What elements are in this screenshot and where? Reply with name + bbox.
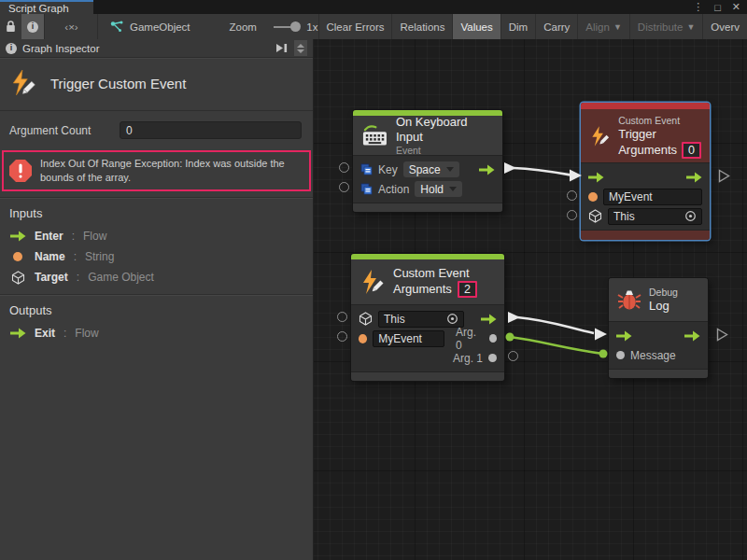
arg1-unconnected-port[interactable] <box>508 351 518 361</box>
event-name-input-port[interactable] <box>337 331 347 342</box>
relations-button[interactable]: Relations <box>391 14 452 39</box>
chevron-down-icon: ▼ <box>686 22 695 32</box>
arguments-value-error[interactable]: 0 <box>682 142 701 159</box>
key-input-port[interactable] <box>339 162 349 173</box>
distribute-dropdown-button[interactable]: Distribute▼ <box>629 14 703 39</box>
panel-spinner[interactable] <box>294 40 307 56</box>
port-row-target: Target : Game Object <box>0 267 313 288</box>
flow-input-port[interactable] <box>588 172 604 183</box>
node-subtitle: Event <box>396 145 494 157</box>
key-label: Key <box>378 163 398 176</box>
maximize-icon[interactable]: □ <box>714 2 721 13</box>
object-picker-icon[interactable] <box>446 313 458 325</box>
node-footer <box>581 230 710 240</box>
cube-icon <box>359 312 373 326</box>
carry-button[interactable]: Carry <box>535 14 577 39</box>
node-title: Log <box>649 299 678 314</box>
node-body: This Arg. 0 <box>351 304 504 371</box>
unity-visual-scripting-window: Script Graph ⋮ □ ✕ i ‹×› <box>0 0 747 560</box>
code-preview-button[interactable]: ‹×› <box>57 14 85 39</box>
error-message-box: Index Out Of Range Exception: Index was … <box>2 150 311 191</box>
node-debug-log[interactable]: Debug Log Message <box>609 278 708 378</box>
event-name-input-port[interactable] <box>567 190 577 201</box>
node-header: Custom Event Trigger Arguments 0 <box>581 109 710 162</box>
message-input-port[interactable] <box>616 351 625 359</box>
argument-count-input[interactable] <box>120 121 302 139</box>
flow-input-port[interactable] <box>616 330 632 342</box>
flow-row <box>609 326 708 345</box>
info-icon: i <box>6 43 17 54</box>
object-picker-icon[interactable] <box>684 210 697 222</box>
node-header: Custom Event Arguments 2 <box>351 259 504 304</box>
target-input-port[interactable] <box>337 312 347 322</box>
gameobject-breadcrumb[interactable]: GameObject <box>103 14 198 39</box>
lock-button[interactable] <box>0 14 21 39</box>
values-button[interactable]: Values <box>452 14 500 39</box>
target-field[interactable]: This <box>378 311 464 328</box>
node-body: This <box>581 162 710 230</box>
target-field[interactable]: This <box>608 208 702 225</box>
wire-arg0-to-message[interactable] <box>506 333 608 358</box>
flow-output-port[interactable] <box>479 164 495 175</box>
inspector-toggle-button[interactable]: i <box>21 14 44 39</box>
event-name-input[interactable] <box>609 190 697 203</box>
action-label: Action <box>378 183 409 196</box>
zoom-slider-handle[interactable] <box>290 21 301 32</box>
action-input-port[interactable] <box>339 182 349 192</box>
arg1-label: Arg. 1 <box>453 352 483 365</box>
dock-sidebar-icon[interactable] <box>275 43 289 53</box>
flow-output-port[interactable] <box>684 330 700 342</box>
unconnected-flow-triangle[interactable] <box>718 169 730 183</box>
zoom-slider[interactable] <box>274 26 299 28</box>
string-port[interactable] <box>359 334 367 343</box>
arguments-value-error[interactable]: 2 <box>458 281 477 298</box>
event-name-row <box>581 187 710 206</box>
event-name-field[interactable] <box>373 330 444 347</box>
action-dropdown[interactable]: Hold <box>415 181 462 197</box>
wire-keyboard-to-trigger[interactable] <box>504 162 582 182</box>
overview-button[interactable]: Overv <box>702 14 747 39</box>
clear-errors-button[interactable]: Clear Errors <box>318 14 392 39</box>
menu-icon[interactable]: ⋮ <box>693 1 703 13</box>
node-footer <box>353 203 502 212</box>
flow-output-port[interactable] <box>686 172 702 183</box>
event-name-input[interactable] <box>378 332 439 345</box>
wire-customevent-to-debug[interactable] <box>508 312 607 341</box>
tab-script-graph[interactable]: Script Graph <box>0 0 93 14</box>
graph-canvas[interactable]: On Keyboard Input Event Key Space <box>314 39 747 560</box>
port-row-name: Name : String <box>0 246 313 267</box>
argument-count-label: Argument Count <box>9 124 114 137</box>
zoom-value: 1x <box>306 21 317 33</box>
keyboard-event-icon <box>361 123 388 147</box>
target-input-port[interactable] <box>567 210 577 220</box>
arg0-output-port[interactable] <box>489 334 497 343</box>
string-dot-icon <box>9 252 26 261</box>
close-icon[interactable]: ✕ <box>732 1 740 13</box>
string-port[interactable] <box>588 192 598 202</box>
gameobject-label: GameObject <box>130 21 190 33</box>
message-label: Message <box>630 349 676 362</box>
flow-arrow-icon <box>9 328 26 339</box>
node-trigger-custom-event[interactable]: Custom Event Trigger Arguments 0 <box>581 103 710 240</box>
custom-event-icon <box>359 269 386 295</box>
unconnected-flow-triangle[interactable] <box>716 328 728 342</box>
arg1-output-port[interactable] <box>488 354 497 362</box>
flow-output-port[interactable] <box>481 314 497 325</box>
align-dropdown-button[interactable]: Align▼ <box>577 14 629 39</box>
tab-strip: Script Graph ⋮ □ ✕ <box>0 0 747 14</box>
error-text: Index Out Of Range Exception: Index was … <box>40 157 302 185</box>
argument-count-row: Argument Count <box>0 111 313 147</box>
cube-icon <box>588 209 602 223</box>
zoom-label: Zoom <box>222 14 264 39</box>
event-name-field[interactable] <box>603 189 702 205</box>
dim-button[interactable]: Dim <box>500 14 535 39</box>
node-on-keyboard-input[interactable]: On Keyboard Input Event Key Space <box>353 110 502 212</box>
flow-arrow-icon <box>9 231 26 242</box>
arguments-line: Arguments 2 <box>393 281 477 298</box>
node-custom-event[interactable]: Custom Event Arguments 2 This <box>351 254 504 381</box>
node-body: Message <box>609 321 708 369</box>
toolbar-button-group: Clear Errors Relations Values Dim Carry … <box>318 14 747 39</box>
inputs-header: Inputs <box>0 198 313 226</box>
key-dropdown[interactable]: Space <box>403 161 459 177</box>
custom-event-icon <box>9 69 37 97</box>
